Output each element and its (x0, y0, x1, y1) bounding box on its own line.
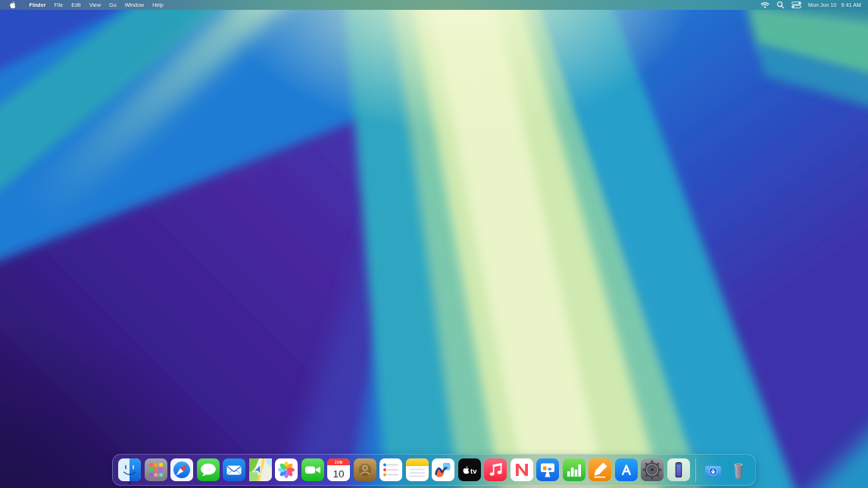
apple-menu[interactable] (10, 1, 17, 9)
dock-news-icon[interactable] (510, 458, 533, 481)
tv-label: tv (470, 467, 477, 475)
dock-photos-icon[interactable] (275, 458, 298, 481)
dock-divider (695, 458, 696, 482)
dock-contacts-icon[interactable] (354, 458, 376, 481)
menu-item-help[interactable]: Help (148, 0, 168, 10)
dock-maps-icon[interactable] (249, 458, 272, 481)
dock-mail-icon[interactable] (223, 458, 245, 481)
menu-item-view[interactable]: View (85, 0, 105, 10)
dock-finder-icon[interactable] (118, 458, 141, 481)
dock-freeform-icon[interactable] (432, 458, 454, 481)
dock-iphone-mirroring-icon[interactable] (667, 458, 690, 481)
menu-bar: Finder File Edit View Go Window Help (0, 0, 868, 10)
dock-tv-icon[interactable]: tv (458, 458, 481, 481)
macos-desktop: Finder File Edit View Go Window Help (0, 0, 868, 488)
dock-launchpad-icon[interactable] (145, 458, 167, 481)
dock-safari-icon[interactable] (170, 458, 193, 481)
calendar-day-label: 10 (333, 468, 344, 480)
dock-numbers-icon[interactable] (563, 458, 585, 481)
menu-item-go[interactable]: Go (105, 0, 121, 10)
menu-item-edit[interactable]: Edit (67, 0, 85, 10)
menu-item-file[interactable]: File (50, 0, 67, 10)
dock-trash-icon[interactable] (727, 458, 750, 481)
calendar-month-label: JUN (335, 461, 343, 465)
clock-date: Mon Jun 10 (808, 2, 837, 8)
apple-logo-icon (10, 1, 17, 9)
dock-keynote-icon[interactable] (536, 458, 559, 481)
control-center-icon[interactable] (792, 2, 801, 8)
menu-bar-clock[interactable]: Mon Jun 10 9:41 AM (808, 2, 861, 8)
dock-messages-icon[interactable] (197, 458, 220, 481)
menu-item-window[interactable]: Window (120, 0, 148, 10)
dock-facetime-icon[interactable] (301, 458, 324, 481)
dock-pages-icon[interactable] (589, 458, 611, 481)
clock-time: 9:41 AM (841, 2, 861, 8)
wifi-icon[interactable] (760, 2, 770, 8)
dock-appstore-icon[interactable] (615, 458, 638, 481)
dock-settings-icon[interactable] (641, 458, 663, 481)
dock-calendar-icon[interactable]: JUN 10 (327, 458, 350, 481)
dock: JUN 10 (112, 454, 756, 486)
menu-item-finder[interactable]: Finder (25, 0, 50, 10)
desktop-wallpaper (0, 0, 868, 488)
spotlight-search-icon[interactable] (776, 1, 785, 9)
dock-reminders-icon[interactable] (379, 458, 402, 481)
dock-notes-icon[interactable] (406, 458, 429, 481)
dock-music-icon[interactable] (484, 458, 507, 481)
running-indicator (129, 482, 131, 484)
dock-downloads-folder-icon[interactable] (701, 458, 724, 481)
